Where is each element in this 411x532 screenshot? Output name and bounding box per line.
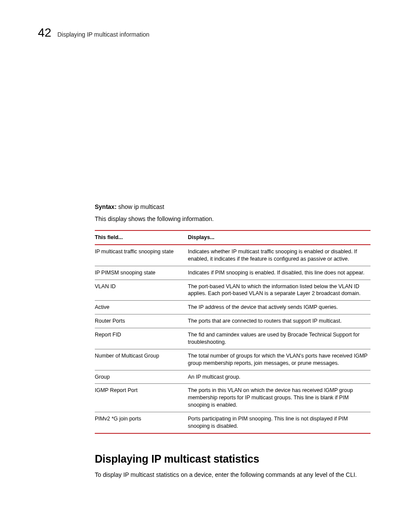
table-row: ActiveThe IP address of the device that … xyxy=(95,301,371,314)
table-row: IP PIMSM snooping stateIndicates if PIM … xyxy=(95,266,371,280)
cell-field: Active xyxy=(95,301,188,314)
table-row: PIMv2 *G join portsPorts participating i… xyxy=(95,412,371,433)
cell-desc: The total number of groups for which the… xyxy=(188,349,371,370)
cell-field: Report FID xyxy=(95,328,188,349)
cell-desc: Indicates if PIM snooping is enabled. If… xyxy=(188,266,371,280)
cell-field: Group xyxy=(95,370,188,384)
cell-field: Router Ports xyxy=(95,314,188,328)
cell-field: Number of Multicast Group xyxy=(95,349,188,370)
table-row: GroupAn IP multicast group. xyxy=(95,370,371,384)
cell-desc: Indicates whether IP multicast traffic s… xyxy=(188,245,371,266)
cell-desc: The ports in this VLAN on which the devi… xyxy=(188,384,371,412)
syntax-command: show ip multicast xyxy=(118,203,164,210)
cell-desc: The fid and camindex values are used by … xyxy=(188,328,371,349)
section-heading: Displaying IP multicast statistics xyxy=(95,453,371,465)
page-number: 42 xyxy=(38,26,51,40)
cell-desc: Ports participating in PIM snooping. Thi… xyxy=(188,412,371,433)
page-header: 42 Displaying IP multicast information xyxy=(38,26,373,40)
syntax-label: Syntax: xyxy=(95,203,117,210)
cell-desc: The IP address of the device that active… xyxy=(188,301,371,314)
table-head-field: This field... xyxy=(95,230,188,245)
cell-field: IP multicast traffic snooping state xyxy=(95,245,188,266)
table-row: IGMP Report PortThe ports in this VLAN o… xyxy=(95,384,371,412)
syntax-line: Syntax: show ip multicast xyxy=(95,203,371,210)
table-row: IP multicast traffic snooping stateIndic… xyxy=(95,245,371,266)
cell-field: IGMP Report Port xyxy=(95,384,188,412)
table-row: VLAN IDThe port-based VLAN to which the … xyxy=(95,280,371,301)
section-body: To display IP multicast statistics on a … xyxy=(95,471,371,478)
table-row: Number of Multicast GroupThe total numbe… xyxy=(95,349,371,370)
cell-field: IP PIMSM snooping state xyxy=(95,266,188,280)
cell-desc: An IP multicast group. xyxy=(188,370,371,384)
table-head-displays: Displays... xyxy=(188,230,371,245)
field-table: This field... Displays... IP multicast t… xyxy=(95,230,371,434)
cell-field: VLAN ID xyxy=(95,280,188,301)
table-row: Report FIDThe fid and camindex values ar… xyxy=(95,328,371,349)
cell-desc: The port-based VLAN to which the informa… xyxy=(188,280,371,301)
cell-field: PIMv2 *G join ports xyxy=(95,412,188,433)
table-row: Router PortsThe ports that are connected… xyxy=(95,314,371,328)
intro-text: This display shows the following informa… xyxy=(95,215,371,222)
cell-desc: The ports that are connected to routers … xyxy=(188,314,371,328)
header-title: Displaying IP multicast information xyxy=(57,31,149,38)
